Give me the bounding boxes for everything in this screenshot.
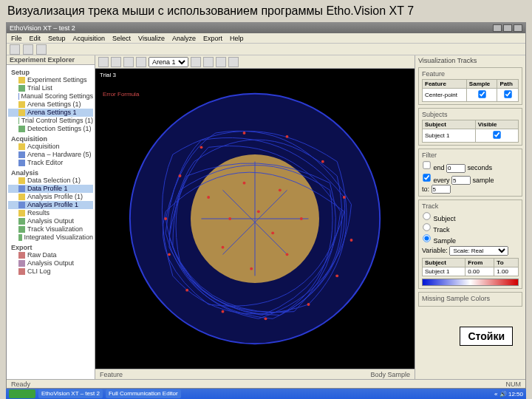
group-acquisition[interactable]: Acquisition <box>8 135 93 143</box>
track-opt-track[interactable] <box>423 223 430 231</box>
export-icon <box>18 260 25 267</box>
feature-sample-checkbox[interactable] <box>478 90 485 98</box>
item-arena-settings[interactable]: Arena Settings (1) <box>8 100 93 109</box>
svg-point-22 <box>222 246 225 249</box>
titlebar: EthoVision XT – test 2 <box>7 23 525 33</box>
viz-next-button[interactable] <box>123 57 134 67</box>
item-trial-control[interactable]: Trial Control Settings (1) <box>8 117 93 125</box>
acq-icon <box>18 143 25 150</box>
detect-icon <box>18 126 25 132</box>
profile-icon <box>18 185 25 192</box>
toolbar-btn-3[interactable] <box>36 44 47 55</box>
menu-acquisition[interactable]: Acquisition <box>73 35 106 42</box>
explorer-head: Experiment Explorer <box>7 55 95 65</box>
viz-fit-button[interactable] <box>216 57 226 67</box>
output-icon <box>18 218 25 225</box>
group-setup[interactable]: Setup <box>8 69 93 76</box>
menu-setup[interactable]: Setup <box>48 35 66 42</box>
menu-edit[interactable]: Edit <box>30 35 41 42</box>
group-export[interactable]: Export <box>8 244 93 251</box>
item-analysis-profile[interactable]: Analysis Profile (1) <box>8 193 93 201</box>
color-range-table: SubjectFromTo Subject 10.001.00 <box>422 258 519 276</box>
toolbar-btn-2[interactable] <box>23 44 33 55</box>
item-manual-scoring[interactable]: Manual Scoring Settings <box>8 92 93 100</box>
track-label: Track <box>422 202 519 210</box>
item-acquisition[interactable]: Acquisition <box>8 143 93 151</box>
viz-export-button[interactable] <box>228 57 239 67</box>
filter-to-input[interactable] <box>432 185 451 194</box>
item-analysis-profile-1[interactable]: Analysis Profile 1 <box>8 201 93 209</box>
slide-annotation: Стойки <box>460 327 513 346</box>
menu-export[interactable]: Export <box>203 35 222 42</box>
svg-point-9 <box>335 274 338 277</box>
menu-visualize[interactable]: Visualize <box>138 35 165 42</box>
viz-play-button[interactable] <box>98 57 109 67</box>
taskbar-item-editor[interactable]: Full Communication Editor <box>106 389 181 398</box>
feature-path-checkbox[interactable] <box>504 90 511 98</box>
svg-point-13 <box>185 289 188 292</box>
item-detection-settings[interactable]: Detection Settings (1) <box>8 125 93 133</box>
svg-point-8 <box>350 239 353 242</box>
item-data-profile-1[interactable]: Data Profile 1 <box>8 185 93 193</box>
item-raw-data[interactable]: Raw Data <box>8 251 93 259</box>
viz-zoom-out-button[interactable] <box>203 57 214 67</box>
system-tray[interactable]: « 🔊 12:50 <box>494 391 523 398</box>
filter-every-input[interactable] <box>451 176 471 185</box>
item-results[interactable]: Results <box>8 209 93 217</box>
track-opt-subject[interactable] <box>423 212 430 219</box>
viz-status-left: Feature <box>100 371 123 378</box>
start-button[interactable] <box>9 389 35 398</box>
svg-point-14 <box>168 253 171 256</box>
menubar: File Edit Setup Acquisition Select Visua… <box>7 33 525 44</box>
track-group: Track Subject Track Sample Variable: Sca… <box>418 200 522 289</box>
toolbar-btn-1[interactable] <box>10 44 20 55</box>
item-experiment-settings[interactable]: Experiment Settings <box>8 76 93 84</box>
item-analysis-output[interactable]: Analysis Output <box>8 217 93 225</box>
item-trial-list[interactable]: Trial List <box>8 84 93 92</box>
track-opt-sample[interactable] <box>423 234 430 242</box>
subjects-table: SubjectVisible Subject 1 <box>422 120 519 143</box>
menu-select[interactable]: Select <box>112 35 131 42</box>
center-panel: Arena 1 Trial 3 Error Formula <box>95 55 415 379</box>
data-icon <box>18 177 25 184</box>
filter-end-checkbox[interactable] <box>423 161 430 168</box>
item-arena-hardware[interactable]: Arena – Hardware (5) <box>8 151 93 159</box>
group-analysis[interactable]: Analysis <box>8 169 93 177</box>
close-button[interactable] <box>514 24 522 32</box>
item-cli-log[interactable]: CLI Log <box>8 267 93 276</box>
variable-select[interactable]: Scale: Real <box>449 246 508 256</box>
item-track-visualization[interactable]: Track Visualization <box>8 225 93 233</box>
maximize-button[interactable] <box>503 24 512 32</box>
arena-icon <box>18 101 25 108</box>
missing-sample-label: Missing Sample Colors <box>422 295 519 302</box>
svg-point-11 <box>265 317 267 320</box>
viz-toolbar: Arena 1 <box>95 55 415 69</box>
feature-group: Feature FeatureSamplePath Center-point <box>418 67 522 105</box>
arena-select[interactable]: Arena 1 <box>149 57 188 67</box>
viz-zoom-in-button[interactable] <box>191 57 201 67</box>
aprofile-icon <box>18 202 25 208</box>
taskbar-item-ethovision[interactable]: EthoVision XT – test 2 <box>38 389 103 398</box>
svg-point-17 <box>243 182 246 185</box>
filter-end-input[interactable] <box>446 164 466 173</box>
menu-help[interactable]: Help <box>230 35 244 42</box>
table-row: Center-point <box>423 89 519 102</box>
item-integrated-visualization[interactable]: Integrated Visualization <box>8 233 93 242</box>
props-head: Visualization Tracks <box>418 57 522 64</box>
app-toolbar <box>7 44 525 55</box>
aprofile-icon <box>18 194 25 200</box>
viz-prev-button[interactable] <box>111 57 121 67</box>
subject-visible-checkbox[interactable] <box>493 131 500 138</box>
item-data-selection[interactable]: Data Selection (1) <box>8 177 93 185</box>
item-arena-settings-1[interactable]: Arena Settings 1 <box>8 109 93 117</box>
filter-every-checkbox[interactable] <box>423 174 430 181</box>
list-icon <box>18 85 25 92</box>
item-track-editor[interactable]: Track Editor <box>8 159 93 167</box>
status-left: Ready <box>11 381 30 388</box>
menu-analyze[interactable]: Analyze <box>172 35 196 42</box>
item-export-analysis-output[interactable]: Analysis Output <box>8 259 93 267</box>
menu-file[interactable]: File <box>11 35 22 42</box>
minimize-button[interactable] <box>493 24 502 32</box>
log-icon <box>18 268 25 275</box>
viz-stop-button[interactable] <box>136 57 146 67</box>
